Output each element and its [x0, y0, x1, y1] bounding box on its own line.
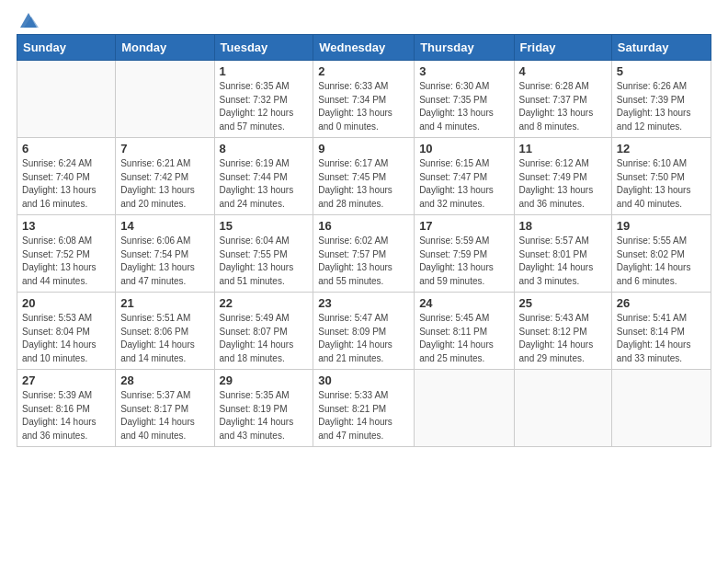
calendar-cell: 4Sunrise: 6:28 AMSunset: 7:37 PMDaylight…: [514, 61, 611, 138]
day-number: 6: [22, 142, 110, 155]
day-number: 29: [220, 373, 309, 387]
col-header-friday: Friday: [514, 35, 611, 61]
calendar-cell: 28Sunrise: 5:37 AMSunset: 8:17 PMDayligh…: [116, 370, 214, 447]
calendar-cell: 13Sunrise: 6:08 AMSunset: 7:52 PMDayligh…: [17, 215, 116, 293]
day-info: Sunrise: 5:41 AMSunset: 8:14 PMDaylight:…: [617, 312, 706, 365]
calendar-cell: 15Sunrise: 6:04 AMSunset: 7:55 PMDayligh…: [214, 215, 313, 293]
day-info: Sunrise: 6:21 AMSunset: 7:42 PMDaylight:…: [120, 157, 209, 211]
calendar-cell: 11Sunrise: 6:12 AMSunset: 7:49 PMDayligh…: [514, 138, 611, 215]
calendar-cell: [116, 61, 214, 138]
day-info: Sunrise: 6:24 AMSunset: 7:40 PMDaylight:…: [22, 157, 110, 211]
calendar-cell: 5Sunrise: 6:26 AMSunset: 7:39 PMDaylight…: [611, 61, 711, 138]
day-number: 10: [419, 142, 508, 155]
calendar-cell: 1Sunrise: 6:35 AMSunset: 7:32 PMDaylight…: [214, 61, 313, 138]
day-info: Sunrise: 6:06 AMSunset: 7:54 PMDaylight:…: [120, 235, 209, 288]
day-info: Sunrise: 6:12 AMSunset: 7:49 PMDaylight:…: [519, 157, 607, 211]
day-info: Sunrise: 6:35 AMSunset: 7:32 PMDaylight:…: [220, 80, 309, 133]
calendar-cell: 6Sunrise: 6:24 AMSunset: 7:40 PMDaylight…: [17, 138, 116, 215]
day-info: Sunrise: 6:15 AMSunset: 7:47 PMDaylight:…: [419, 157, 508, 211]
day-info: Sunrise: 6:19 AMSunset: 7:44 PMDaylight:…: [220, 157, 309, 211]
day-number: 8: [220, 142, 309, 155]
day-info: Sunrise: 6:08 AMSunset: 7:52 PMDaylight:…: [22, 235, 110, 288]
day-info: Sunrise: 5:57 AMSunset: 8:01 PMDaylight:…: [519, 235, 607, 288]
calendar-cell: 14Sunrise: 6:06 AMSunset: 7:54 PMDayligh…: [116, 215, 214, 293]
page: SundayMondayTuesdayWednesdayThursdayFrid…: [0, 0, 728, 563]
day-info: Sunrise: 6:26 AMSunset: 7:39 PMDaylight:…: [617, 80, 706, 133]
calendar-cell: 22Sunrise: 5:49 AMSunset: 8:07 PMDayligh…: [214, 293, 313, 370]
day-number: 28: [120, 373, 209, 387]
day-number: 2: [318, 64, 409, 78]
day-number: 1: [220, 64, 309, 78]
day-number: 13: [22, 219, 110, 233]
calendar-table: SundayMondayTuesdayWednesdayThursdayFrid…: [17, 34, 711, 447]
day-info: Sunrise: 5:53 AMSunset: 8:04 PMDaylight:…: [22, 312, 110, 365]
day-info: Sunrise: 6:04 AMSunset: 7:55 PMDaylight:…: [220, 235, 309, 288]
calendar-cell: 9Sunrise: 6:17 AMSunset: 7:45 PMDaylight…: [313, 138, 415, 215]
calendar-cell: 3Sunrise: 6:30 AMSunset: 7:35 PMDaylight…: [415, 61, 514, 138]
col-header-tuesday: Tuesday: [214, 35, 313, 61]
col-header-monday: Monday: [116, 35, 214, 61]
day-info: Sunrise: 5:59 AMSunset: 7:59 PMDaylight:…: [419, 235, 508, 288]
day-number: 21: [120, 296, 209, 310]
day-number: 26: [617, 296, 706, 310]
calendar-cell: 25Sunrise: 5:43 AMSunset: 8:12 PMDayligh…: [514, 293, 611, 370]
calendar-week-row: 13Sunrise: 6:08 AMSunset: 7:52 PMDayligh…: [17, 215, 711, 293]
calendar-cell: 10Sunrise: 6:15 AMSunset: 7:47 PMDayligh…: [415, 138, 514, 215]
day-number: 22: [220, 296, 309, 310]
day-number: 4: [519, 64, 607, 78]
day-info: Sunrise: 5:55 AMSunset: 8:02 PMDaylight:…: [617, 235, 706, 288]
day-number: 17: [419, 219, 508, 233]
calendar-header-row: SundayMondayTuesdayWednesdayThursdayFrid…: [17, 35, 711, 61]
col-header-saturday: Saturday: [611, 35, 711, 61]
calendar-cell: 2Sunrise: 6:33 AMSunset: 7:34 PMDaylight…: [313, 61, 415, 138]
calendar-week-row: 1Sunrise: 6:35 AMSunset: 7:32 PMDaylight…: [17, 61, 711, 138]
calendar-cell: 26Sunrise: 5:41 AMSunset: 8:14 PMDayligh…: [611, 293, 711, 370]
day-number: 5: [617, 64, 706, 78]
calendar-cell: 8Sunrise: 6:19 AMSunset: 7:44 PMDaylight…: [214, 138, 313, 215]
day-number: 18: [519, 219, 607, 233]
day-number: 3: [419, 64, 508, 78]
day-number: 7: [120, 142, 209, 155]
calendar-week-row: 6Sunrise: 6:24 AMSunset: 7:40 PMDaylight…: [17, 138, 711, 215]
day-info: Sunrise: 6:28 AMSunset: 7:37 PMDaylight:…: [519, 80, 607, 133]
day-info: Sunrise: 5:33 AMSunset: 8:21 PMDaylight:…: [318, 389, 409, 442]
day-info: Sunrise: 5:43 AMSunset: 8:12 PMDaylight:…: [519, 312, 607, 365]
calendar-cell: 23Sunrise: 5:47 AMSunset: 8:09 PMDayligh…: [313, 293, 415, 370]
calendar-cell: 19Sunrise: 5:55 AMSunset: 8:02 PMDayligh…: [611, 215, 711, 293]
calendar-cell: 18Sunrise: 5:57 AMSunset: 8:01 PMDayligh…: [514, 215, 611, 293]
calendar-cell: 30Sunrise: 5:33 AMSunset: 8:21 PMDayligh…: [313, 370, 415, 447]
day-info: Sunrise: 5:39 AMSunset: 8:16 PMDaylight:…: [22, 389, 110, 442]
day-info: Sunrise: 5:47 AMSunset: 8:09 PMDaylight:…: [318, 312, 409, 365]
col-header-sunday: Sunday: [17, 35, 116, 61]
day-number: 15: [220, 219, 309, 233]
calendar-cell: 20Sunrise: 5:53 AMSunset: 8:04 PMDayligh…: [17, 293, 116, 370]
day-info: Sunrise: 5:49 AMSunset: 8:07 PMDaylight:…: [220, 312, 309, 365]
day-info: Sunrise: 5:37 AMSunset: 8:17 PMDaylight:…: [120, 389, 209, 442]
calendar-cell: 17Sunrise: 5:59 AMSunset: 7:59 PMDayligh…: [415, 215, 514, 293]
calendar-cell: 21Sunrise: 5:51 AMSunset: 8:06 PMDayligh…: [116, 293, 214, 370]
day-number: 27: [22, 373, 110, 387]
calendar-cell: 7Sunrise: 6:21 AMSunset: 7:42 PMDaylight…: [116, 138, 214, 215]
calendar-cell: 24Sunrise: 5:45 AMSunset: 8:11 PMDayligh…: [415, 293, 514, 370]
calendar-cell: [611, 370, 711, 447]
day-number: 24: [419, 296, 508, 310]
day-info: Sunrise: 5:51 AMSunset: 8:06 PMDaylight:…: [120, 312, 209, 365]
day-number: 12: [617, 142, 706, 155]
day-number: 23: [318, 296, 409, 310]
calendar-cell: 29Sunrise: 5:35 AMSunset: 8:19 PMDayligh…: [214, 370, 313, 447]
day-info: Sunrise: 6:17 AMSunset: 7:45 PMDaylight:…: [318, 157, 409, 211]
day-number: 11: [519, 142, 607, 155]
col-header-thursday: Thursday: [415, 35, 514, 61]
day-number: 20: [22, 296, 110, 310]
day-info: Sunrise: 5:35 AMSunset: 8:19 PMDaylight:…: [220, 389, 309, 442]
day-number: 25: [519, 296, 607, 310]
day-info: Sunrise: 6:30 AMSunset: 7:35 PMDaylight:…: [419, 80, 508, 133]
col-header-wednesday: Wednesday: [313, 35, 415, 61]
header: [17, 9, 711, 27]
calendar-cell: 12Sunrise: 6:10 AMSunset: 7:50 PMDayligh…: [611, 138, 711, 215]
calendar-cell: [17, 61, 116, 138]
calendar-cell: 16Sunrise: 6:02 AMSunset: 7:57 PMDayligh…: [313, 215, 415, 293]
day-number: 14: [120, 219, 209, 233]
day-number: 9: [318, 142, 409, 155]
day-number: 19: [617, 219, 706, 233]
